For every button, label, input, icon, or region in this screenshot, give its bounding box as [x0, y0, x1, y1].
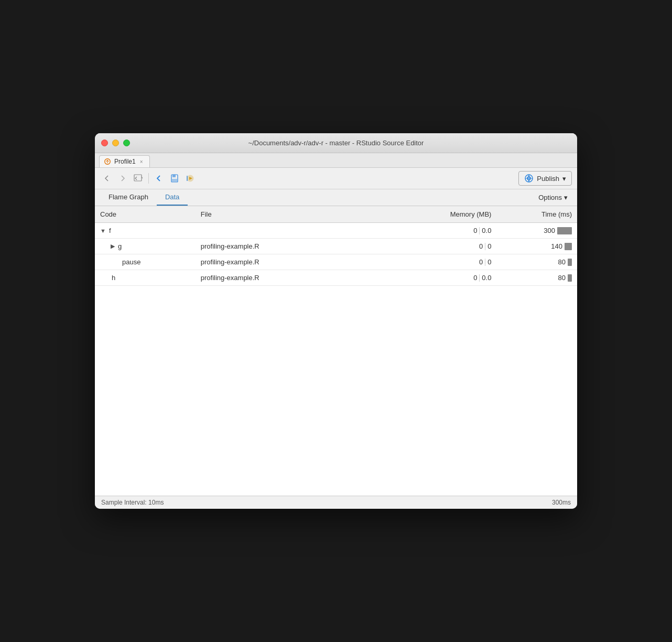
publish-label: Publish	[537, 175, 559, 183]
nav-back-icon	[155, 174, 163, 183]
profiling-table: Code File Memory (MB) Time (ms) ▼ f	[95, 206, 577, 286]
cell-file: profiling-example.R	[196, 239, 332, 254]
source-icon	[134, 174, 143, 183]
table-row: ▼ f 0 0.0 300	[95, 223, 577, 239]
cell-file: profiling-example.R	[196, 254, 332, 270]
memory-bar-value: 0	[487, 258, 491, 266]
table-row: h profiling-example.R 0 0.0 80	[95, 270, 577, 286]
time-bar	[568, 274, 572, 282]
cell-code: pause	[95, 254, 196, 270]
col-header-memory: Memory (MB)	[332, 206, 497, 223]
memory-value: 0	[479, 258, 483, 266]
code-name: g	[118, 242, 122, 250]
window-title: ~/Documents/adv-r/adv-r - master - RStud…	[248, 139, 424, 147]
svg-rect-7	[187, 176, 188, 181]
minimize-button[interactable]	[112, 140, 119, 146]
time-value: 300	[544, 227, 555, 234]
cell-memory: 0 0.0	[332, 223, 497, 239]
time-value: 140	[551, 242, 562, 250]
cell-memory: 0 0	[332, 254, 497, 270]
cell-code: h	[95, 270, 196, 286]
time-value: 80	[558, 274, 566, 282]
col-header-time: Time (ms)	[496, 206, 577, 223]
forward-button[interactable]	[116, 172, 129, 185]
cell-file: profiling-example.R	[196, 270, 332, 286]
bar-divider	[479, 274, 480, 282]
empty-content-area	[95, 286, 577, 496]
cell-time: 140	[496, 239, 577, 254]
toolbar-separator-1	[148, 173, 149, 184]
title-bar: ~/Documents/adv-r/adv-r - master - RStud…	[95, 133, 577, 153]
time-bar	[568, 259, 572, 266]
tree-icon[interactable]: ▼	[100, 228, 106, 234]
cell-code: ▶ g	[95, 239, 196, 254]
cell-time: 80	[496, 270, 577, 286]
back-button[interactable]	[100, 172, 114, 185]
code-name: pause	[122, 258, 140, 266]
main-window: ~/Documents/adv-r/adv-r - master - RStud…	[95, 133, 577, 509]
code-name: h	[112, 274, 115, 282]
memory-bar-value: 0.0	[482, 274, 491, 282]
maximize-button[interactable]	[123, 140, 130, 146]
tab-data[interactable]: Data	[157, 189, 188, 206]
publish-dropdown-icon: ▾	[562, 175, 566, 183]
source-button[interactable]	[132, 172, 145, 185]
profile-icon	[104, 158, 111, 165]
data-table-wrapper: Code File Memory (MB) Time (ms) ▼ f	[95, 206, 577, 286]
publish-icon	[524, 174, 534, 183]
table-row: ▶ g profiling-example.R 0 0 140	[95, 239, 577, 254]
publish-button[interactable]: Publish ▾	[518, 171, 572, 186]
table-row: pause profiling-example.R 0 0 80	[95, 254, 577, 270]
run-icon	[186, 174, 195, 183]
col-header-file: File	[196, 206, 332, 223]
view-tab-group: Flame Graph Data	[100, 189, 188, 206]
cell-time: 80	[496, 254, 577, 270]
tree-icon[interactable]: ▶	[111, 243, 115, 250]
col-header-code: Code	[95, 206, 196, 223]
svg-rect-1	[134, 175, 142, 181]
time-value: 80	[558, 258, 566, 266]
memory-value: 0	[473, 274, 477, 282]
profile1-tab[interactable]: Profile1 ×	[99, 155, 150, 167]
bar-divider	[479, 227, 480, 234]
svg-rect-3	[172, 175, 176, 177]
back-icon	[103, 174, 111, 183]
save-icon	[170, 174, 179, 183]
time-bar	[557, 227, 572, 234]
toolbar: Publish ▾	[95, 168, 577, 189]
back-nav-button[interactable]	[152, 172, 166, 185]
status-bar: Sample Interval: 10ms 300ms	[95, 496, 577, 509]
tab-flame-graph[interactable]: Flame Graph	[100, 189, 157, 206]
cell-memory: 0 0	[332, 239, 497, 254]
tab-label: Profile1	[114, 158, 136, 165]
bar-divider	[485, 259, 485, 266]
traffic-lights	[101, 140, 130, 146]
forward-icon	[118, 174, 127, 183]
memory-bar-value: 0	[487, 242, 491, 250]
table-header-row: Code File Memory (MB) Time (ms)	[95, 206, 577, 223]
run-button[interactable]	[183, 172, 197, 185]
save-button[interactable]	[168, 172, 181, 185]
cell-file	[196, 223, 332, 239]
close-button[interactable]	[101, 140, 108, 146]
time-bar	[565, 243, 572, 250]
status-left: Sample Interval: 10ms	[101, 499, 164, 506]
view-tabs-bar: Flame Graph Data Options ▾	[95, 189, 577, 206]
tab-close-button[interactable]: ×	[140, 159, 143, 165]
bar-divider	[485, 243, 485, 250]
status-right: 300ms	[552, 499, 571, 506]
svg-rect-4	[172, 179, 177, 181]
options-button[interactable]: Options ▾	[534, 190, 572, 205]
cell-memory: 0 0.0	[332, 270, 497, 286]
code-name: f	[109, 227, 111, 234]
cell-time: 300	[496, 223, 577, 239]
memory-value: 0	[479, 242, 483, 250]
memory-value: 0	[473, 227, 477, 234]
cell-code: ▼ f	[95, 223, 196, 239]
memory-bar-value: 0.0	[482, 227, 491, 234]
tab-bar: Profile1 ×	[95, 153, 577, 168]
